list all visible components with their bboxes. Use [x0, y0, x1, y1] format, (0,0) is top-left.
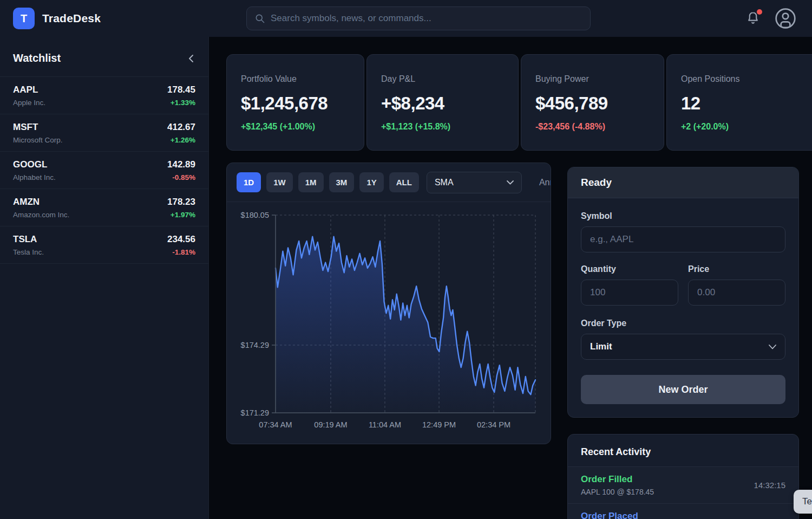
stat-value: $456,789	[535, 93, 650, 114]
activity-row-left: Order Filled AAPL 100 @ $178.45	[581, 474, 654, 496]
company-name: Amazon.com Inc.	[13, 211, 69, 219]
watchlist-row-left: TSLA Tesla Inc.	[13, 234, 44, 256]
timeframe-button[interactable]: 3M	[329, 172, 355, 192]
company-name: Alphabet Inc.	[13, 173, 56, 181]
price-chart-card: 1D 1W 1M 3M 1Y ALL SMA	[226, 163, 551, 444]
timeframe-button[interactable]: 1W	[266, 172, 293, 192]
ticker-change: +1.97%	[167, 211, 195, 219]
ticker-change: +1.33%	[167, 99, 195, 107]
price-chart[interactable]: $180.05$174.29$171.2907:34 AM09:19 AM11:…	[228, 209, 551, 438]
symbol-input[interactable]	[581, 226, 785, 252]
recent-activity-panel: Recent Activity Order Filled AAPL 100 @ …	[567, 434, 799, 519]
svg-text:02:34 PM: 02:34 PM	[477, 420, 510, 429]
profile-button[interactable]	[774, 7, 797, 30]
quantity-field-group: Quantity	[581, 264, 678, 306]
stat-label: Portfolio Value	[241, 74, 350, 84]
indicator-value: SMA	[435, 178, 454, 187]
ticker-change: -0.85%	[167, 173, 195, 181]
company-name: Microsoft Corp.	[13, 136, 63, 144]
stat-label: Open Positions	[681, 74, 812, 84]
company-name: Apple Inc.	[13, 99, 45, 107]
stat-change: +$1,123 (+15.8%)	[381, 122, 504, 132]
price-field-group: Price	[688, 264, 785, 306]
watchlist-row-left: GOOGL Alphabet Inc.	[13, 159, 56, 181]
order-ticket-panel: Ready Symbol Quantity Price	[567, 167, 799, 418]
timeframe-button[interactable]: 1M	[298, 172, 324, 192]
activity-list: Order Filled AAPL 100 @ $178.45 14:32:15…	[568, 466, 798, 519]
watchlist-row-left: AMZN Amazon.com Inc.	[13, 197, 69, 219]
quantity-price-row: Quantity Price	[581, 264, 785, 306]
toast-notification: Te	[794, 490, 812, 514]
content-row: 1D 1W 1M 3M 1Y ALL SMA	[226, 163, 812, 519]
ticker-price: 412.67	[167, 122, 195, 133]
quantity-input[interactable]	[581, 280, 678, 306]
sidebar-collapse-button[interactable]	[188, 54, 194, 63]
activity-title: Order Filled	[581, 474, 654, 485]
toast-text: Te	[802, 496, 812, 507]
watchlist-row[interactable]: GOOGL Alphabet Inc. 142.89 -0.85%	[0, 152, 208, 189]
timeframe-buttons: 1D 1W 1M 3M 1Y ALL	[237, 172, 419, 192]
stat-value: +$8,234	[381, 93, 504, 114]
stat-card: Open Positions 12 +2 (+20.0%)	[666, 54, 812, 151]
right-column: Ready Symbol Quantity Price	[567, 167, 799, 519]
logo-letter: T	[21, 12, 27, 25]
stat-value: 12	[681, 93, 812, 114]
search-input[interactable]	[271, 13, 582, 24]
ticker-change: -1.81%	[167, 248, 195, 256]
notifications-button[interactable]	[746, 11, 760, 26]
symbol-label: Symbol	[581, 211, 785, 221]
app-logo: T	[13, 8, 35, 29]
new-order-button[interactable]: New Order	[581, 375, 785, 404]
search-icon	[254, 13, 265, 24]
ticker-symbol: AMZN	[13, 197, 69, 207]
chevron-left-icon	[188, 54, 194, 63]
stat-change: +$12,345 (+1.00%)	[241, 122, 350, 132]
app-title: TradeDesk	[42, 12, 101, 25]
watchlist-sidebar: Watchlist AAPL Apple Inc. 178.45 +1.33%	[0, 37, 209, 519]
activity-detail: AAPL 100 @ $178.45	[581, 488, 654, 496]
annotate-button[interactable]: Annotate	[539, 178, 551, 187]
timeframe-button[interactable]: ALL	[389, 172, 419, 192]
watchlist-items: AAPL Apple Inc. 178.45 +1.33% MSFT Micro…	[0, 77, 208, 264]
company-name: Tesla Inc.	[13, 248, 44, 256]
activity-row-left: Order Placed MSFT 50 @ $412.50 Limit	[581, 511, 669, 519]
svg-text:$174.29: $174.29	[241, 341, 269, 349]
ticker-symbol: MSFT	[13, 122, 63, 133]
notification-dot	[757, 9, 762, 15]
topbar-actions	[746, 0, 797, 37]
chart-toolbar: 1D 1W 1M 3M 1Y ALL SMA	[227, 163, 551, 202]
top-navbar: T TradeDesk	[0, 0, 812, 37]
timeframe-button[interactable]: 1D	[237, 172, 261, 192]
order-status: Ready	[568, 167, 798, 198]
stats-row: Portfolio Value $1,245,678 +$12,345 (+1.…	[226, 54, 812, 151]
watchlist-row[interactable]: AAPL Apple Inc. 178.45 +1.33%	[0, 77, 208, 114]
chevron-down-icon	[507, 180, 514, 185]
order-type-select[interactable]: Limit	[581, 334, 785, 360]
stat-change: -$23,456 (-4.88%)	[535, 122, 650, 132]
watchlist-row-right: 142.89 -0.85%	[167, 159, 195, 181]
ticker-symbol: TSLA	[13, 234, 44, 245]
watchlist-row-right: 412.67 +1.26%	[167, 122, 195, 144]
watchlist-header: Watchlist	[0, 37, 208, 77]
global-search[interactable]	[246, 7, 591, 30]
activity-row[interactable]: Order Placed MSFT 50 @ $412.50 Limit 14:…	[568, 503, 798, 519]
ticker-price: 142.89	[167, 159, 195, 170]
svg-text:09:19 AM: 09:19 AM	[314, 420, 347, 429]
watchlist-row-right: 178.45 +1.33%	[167, 85, 195, 107]
stat-value: $1,245,678	[241, 93, 350, 114]
watchlist-row[interactable]: AMZN Amazon.com Inc. 178.23 +1.97%	[0, 189, 208, 226]
stat-label: Buying Power	[535, 74, 650, 84]
svg-text:11:04 AM: 11:04 AM	[369, 420, 401, 429]
price-input[interactable]	[688, 280, 785, 306]
timeframe-button[interactable]: 1Y	[359, 172, 383, 192]
indicator-select[interactable]: SMA	[427, 172, 522, 193]
stat-card: Day P&L +$8,234 +$1,123 (+15.8%)	[366, 54, 519, 151]
recent-activity-title: Recent Activity	[568, 434, 798, 466]
watchlist-row[interactable]: MSFT Microsoft Corp. 412.67 +1.26%	[0, 114, 208, 152]
watchlist-row-left: MSFT Microsoft Corp.	[13, 122, 63, 144]
svg-text:12:49 PM: 12:49 PM	[422, 420, 456, 429]
stat-label: Day P&L	[381, 74, 504, 84]
activity-row[interactable]: Order Filled AAPL 100 @ $178.45 14:32:15	[568, 466, 798, 503]
watchlist-row[interactable]: TSLA Tesla Inc. 234.56 -1.81%	[0, 226, 208, 264]
stat-card: Portfolio Value $1,245,678 +$12,345 (+1.…	[226, 54, 364, 151]
